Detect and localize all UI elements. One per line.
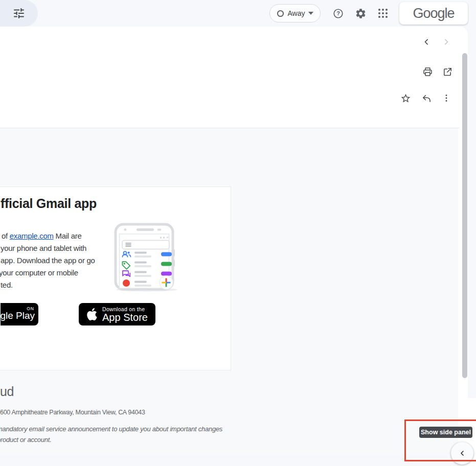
paragraph-line: app. Download the app or go: [1, 254, 95, 267]
star-button[interactable]: [395, 88, 416, 108]
status-label: Away: [288, 9, 305, 17]
reading-pane: fficial Gmail app of example.com Mail ar…: [0, 27, 468, 455]
phone-illustration-wrap: [114, 223, 179, 295]
google-logo: Google: [413, 6, 454, 21]
chevron-left-icon: [421, 37, 432, 47]
apps-grid-icon: [378, 8, 388, 18]
apple-logo-icon: [86, 307, 98, 321]
settings-gear-icon: [355, 8, 367, 19]
paragraph-text: of: [2, 231, 10, 240]
google-logo-card[interactable]: Google: [399, 2, 468, 25]
email-content-card: fficial Gmail app of example.com Mail ar…: [0, 187, 231, 370]
more-options-button[interactable]: [436, 88, 457, 108]
open-in-new-button[interactable]: [437, 61, 458, 82]
appstore-badge-top-text: Download on the: [102, 306, 148, 312]
scrollbar-thumb[interactable]: [462, 53, 467, 378]
google-play-badge[interactable]: ON gle Play: [1, 303, 38, 325]
disclaimer-line: mandatory email service announcement to …: [0, 425, 222, 433]
top-header: Away ? Goo: [0, 0, 476, 27]
paragraph-text: Mail are: [54, 231, 82, 240]
print-icon: [422, 66, 433, 77]
older-email-button[interactable]: [436, 32, 457, 52]
search-options-button[interactable]: [0, 0, 38, 27]
play-badge-name-text: gle Play: [1, 310, 35, 321]
highlight-red-box: [404, 420, 476, 461]
print-button[interactable]: [417, 61, 438, 82]
settings-button[interactable]: [350, 3, 371, 24]
disclaimer-line: product or account.: [0, 436, 52, 444]
help-button[interactable]: ?: [328, 3, 348, 24]
newer-email-button[interactable]: [416, 32, 437, 52]
paragraph-line: your phone and tablet with: [1, 242, 95, 254]
chevron-right-icon: [441, 37, 451, 47]
chevron-down-icon: [308, 12, 313, 15]
away-status-icon: [277, 10, 284, 17]
example-link[interactable]: example.com: [10, 231, 54, 240]
email-paragraph: of example.com Mail are your phone and t…: [1, 230, 95, 291]
help-icon: ?: [332, 8, 344, 19]
status-selector[interactable]: Away: [269, 4, 321, 22]
reply-button[interactable]: [416, 88, 437, 108]
app-store-badge[interactable]: Download on the App Store: [79, 303, 155, 325]
apps-grid-button[interactable]: [373, 3, 393, 24]
sender-brand-text: ud: [0, 384, 14, 399]
gmail-window: Away ? Goo: [0, 0, 476, 466]
open-in-new-icon: [442, 66, 453, 77]
reply-icon: [421, 93, 432, 104]
compose-plus-icon: [160, 276, 173, 289]
svg-text:?: ?: [336, 10, 340, 16]
sender-address: 600 Amphitheatre Parkway, Mountain View,…: [0, 409, 145, 416]
email-body-area: fficial Gmail app of example.com Mail ar…: [0, 128, 468, 455]
star-icon: [400, 93, 411, 104]
tune-icon: [12, 7, 26, 20]
email-heading: fficial Gmail app: [1, 196, 97, 211]
paragraph-line: of example.com Mail are: [1, 230, 95, 242]
phone-illustration: [114, 223, 179, 293]
more-vert-icon: [441, 93, 451, 103]
paragraph-line: ted.: [1, 279, 95, 291]
paragraph-line: your computer or mobile: [0, 267, 95, 279]
appstore-badge-name-text: App Store: [102, 312, 148, 323]
